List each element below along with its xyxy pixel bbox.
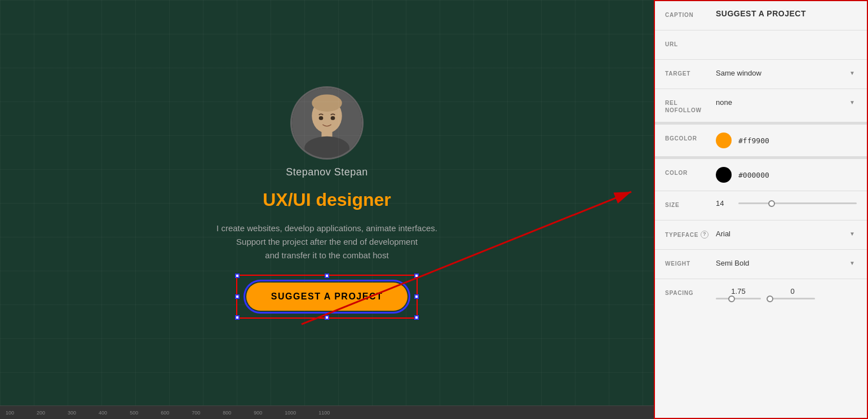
spacing-row: SPACING 1.75 0 <box>655 279 867 308</box>
target-label: TARGET <box>665 68 716 77</box>
spacing-item-1: 1.75 <box>716 287 761 299</box>
spacing-label: SPACING <box>665 287 716 297</box>
button-wrapper: SUGGEST A PROJECT <box>246 283 408 311</box>
svg-point-6 <box>319 116 324 120</box>
typeface-help-icon[interactable]: ? <box>701 231 708 239</box>
rel-row: RELNOFOLLOW none nofollow noopener ▼ <box>655 89 867 122</box>
spacing-track-1[interactable] <box>716 298 761 299</box>
caption-value <box>716 9 857 18</box>
weight-row: WEIGHT Thin Light Regular Semi Bold Bold… <box>655 250 867 279</box>
svg-point-3 <box>312 94 342 112</box>
color-value: #000000 <box>738 171 769 179</box>
caption-label: CAPTION <box>665 9 716 19</box>
size-label: SIZE <box>665 199 716 209</box>
weight-select[interactable]: Thin Light Regular Semi Bold Bold Extra … <box>716 259 857 267</box>
handle-tc[interactable] <box>325 274 329 278</box>
typeface-row: TYPEFACE ? Arial Verdana Helvetica Times… <box>655 220 867 250</box>
caption-row: CAPTION <box>655 1 867 30</box>
bottom-ruler: 100 200 300 400 500 600 700 800 900 1000… <box>0 405 654 419</box>
spacing-thumb-1[interactable] <box>728 295 735 302</box>
bgcolor-value: #ff9900 <box>738 136 769 145</box>
canvas-area: Stepanov Stepan UX/UI designer I create … <box>0 0 654 419</box>
size-slider-container <box>738 202 857 204</box>
color-row: COLOR #000000 <box>655 159 867 191</box>
handle-mr[interactable] <box>414 294 419 299</box>
spacing-slider-1[interactable] <box>716 298 761 299</box>
handle-tl[interactable] <box>235 274 240 278</box>
handle-tr[interactable] <box>414 274 419 278</box>
handle-ml[interactable] <box>235 294 240 299</box>
weight-label: WEIGHT <box>665 258 716 267</box>
spacing-value-2: 0 <box>790 287 794 295</box>
url-value <box>716 38 857 47</box>
caption-input[interactable] <box>716 9 857 18</box>
canvas-content: Stepanov Stepan UX/UI designer I create … <box>216 86 437 311</box>
size-value: 14 <box>716 199 733 208</box>
person-name: Stepanov Stepan <box>286 166 368 178</box>
color-color-row: #000000 <box>716 167 857 183</box>
handle-bl[interactable] <box>235 315 240 320</box>
size-row: SIZE 14 <box>655 191 867 220</box>
size-control: 14 <box>716 199 857 208</box>
target-select[interactable]: Same window New window Parent frame Top … <box>716 69 857 77</box>
avatar <box>290 86 364 160</box>
svg-point-7 <box>331 116 335 120</box>
url-label: URL <box>665 38 716 48</box>
bgcolor-color-row: #ff9900 <box>716 133 857 148</box>
job-title: UX/UI designer <box>263 189 391 210</box>
handle-br[interactable] <box>414 315 419 320</box>
spacing-item-2: 0 <box>770 287 815 299</box>
typeface-label-wrapper: TYPEFACE ? <box>665 231 716 239</box>
rel-label: RELNOFOLLOW <box>665 97 716 114</box>
size-slider-thumb[interactable] <box>768 200 775 207</box>
description: I create websites, develop applications,… <box>216 222 437 262</box>
bgcolor-swatch[interactable] <box>716 133 732 148</box>
spacing-value-1: 1.75 <box>731 287 745 295</box>
url-input[interactable] <box>716 38 857 47</box>
suggest-button[interactable]: SUGGEST A PROJECT <box>246 283 408 311</box>
target-select-wrapper: Same window New window Parent frame Top … <box>716 68 857 78</box>
color-label: COLOR <box>665 167 716 177</box>
spacing-track-2[interactable] <box>770 298 815 299</box>
rel-select-wrapper: none nofollow noopener ▼ <box>716 97 857 107</box>
bgcolor-label: BGCOLOR <box>665 133 716 142</box>
color-swatch[interactable] <box>716 167 732 183</box>
spacing-thumb-2[interactable] <box>767 295 773 302</box>
size-slider-track[interactable] <box>738 202 857 204</box>
weight-select-wrapper: Thin Light Regular Semi Bold Bold Extra … <box>716 258 857 268</box>
bgcolor-row: BGCOLOR #ff9900 <box>655 125 867 157</box>
spacing-control: 1.75 0 <box>716 287 857 299</box>
typeface-label: TYPEFACE ? <box>665 228 716 239</box>
handle-bc[interactable] <box>325 315 329 320</box>
typeface-select-wrapper: Arial Verdana Helvetica Times New Roman … <box>716 228 857 239</box>
rel-select[interactable]: none nofollow noopener <box>716 98 857 107</box>
typeface-select[interactable]: Arial Verdana Helvetica Times New Roman … <box>716 230 857 238</box>
url-row: URL <box>655 30 867 60</box>
spacing-slider-2[interactable] <box>770 298 815 299</box>
right-panel: CAPTION URL TARGET Same window New windo… <box>654 0 868 419</box>
target-row: TARGET Same window New window Parent fra… <box>655 60 867 89</box>
